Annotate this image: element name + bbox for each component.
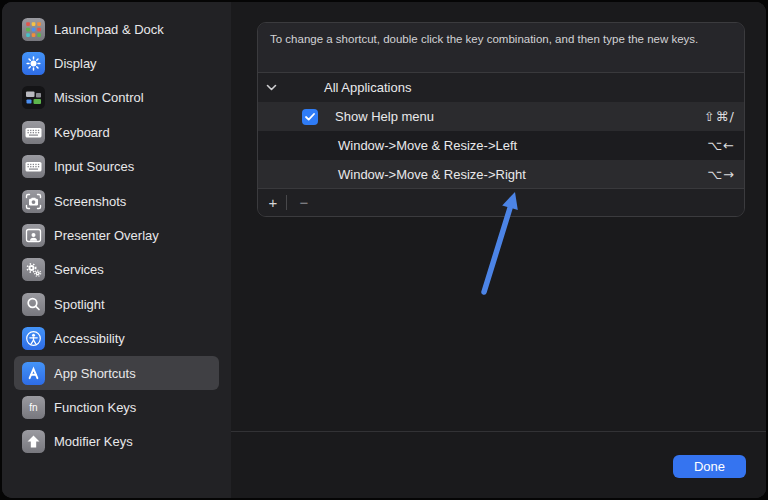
sidebar-item-accessibility[interactable]: Accessibility bbox=[14, 322, 219, 356]
key-combination[interactable]: ⌥→ bbox=[707, 167, 744, 182]
shortcut-checkbox[interactable] bbox=[302, 109, 318, 125]
shortcut-label: Window->Move & Resize->Right bbox=[338, 167, 526, 182]
sidebar-item-label: Display bbox=[54, 56, 97, 71]
add-shortcut-button[interactable]: + bbox=[262, 190, 284, 216]
input-sources-icon bbox=[22, 155, 45, 178]
sidebar-item-presenter-overlay[interactable]: Presenter Overlay bbox=[14, 218, 219, 252]
services-icon bbox=[22, 258, 45, 281]
group-label: All Applications bbox=[324, 80, 411, 95]
instruction-text: To change a shortcut, double click the k… bbox=[258, 23, 744, 73]
keyboard-icon bbox=[22, 121, 45, 144]
remove-shortcut-button[interactable]: − bbox=[293, 190, 315, 216]
sidebar-item-label: Keyboard bbox=[54, 125, 110, 140]
sidebar-item-label: Spotlight bbox=[54, 297, 105, 312]
footer-divider bbox=[286, 195, 287, 210]
app-shortcuts-panel: To change a shortcut, double click the k… bbox=[231, 2, 766, 498]
key-combination[interactable]: ⇧⌘/ bbox=[704, 109, 744, 124]
sidebar-item-label: App Shortcuts bbox=[54, 366, 136, 381]
accessibility-icon bbox=[22, 327, 45, 350]
sidebar-item-launchpad-dock[interactable]: Launchpad & Dock bbox=[14, 12, 219, 46]
sidebar-item-keyboard[interactable]: Keyboard bbox=[14, 115, 219, 149]
settings-window: Launchpad & Dock Display bbox=[2, 2, 766, 498]
sidebar-item-screenshots[interactable]: Screenshots bbox=[14, 184, 219, 218]
sidebar-item-label: Input Sources bbox=[54, 159, 134, 174]
group-row-all-applications[interactable]: All Applications bbox=[258, 73, 744, 102]
sidebar-item-label: Services bbox=[54, 262, 104, 277]
spotlight-icon bbox=[22, 293, 45, 316]
sidebar-item-label: Screenshots bbox=[54, 194, 126, 209]
launchpad-icon bbox=[22, 18, 45, 41]
shortcut-label: Show Help menu bbox=[335, 109, 434, 124]
shortcut-label: Window->Move & Resize->Left bbox=[338, 138, 517, 153]
checkmark-icon bbox=[305, 113, 315, 121]
sidebar-item-services[interactable]: Services bbox=[14, 253, 219, 287]
svg-text:fn: fn bbox=[29, 402, 37, 413]
sidebar-item-label: Modifier Keys bbox=[54, 434, 133, 449]
modifier-keys-icon bbox=[22, 430, 45, 453]
footer-separator bbox=[231, 431, 766, 432]
sidebar-item-app-shortcuts[interactable]: App Shortcuts bbox=[14, 356, 219, 390]
function-keys-icon: fn bbox=[22, 396, 45, 419]
key-combination[interactable]: ⌥← bbox=[707, 138, 744, 153]
screenshots-icon bbox=[22, 190, 45, 213]
shortcut-row-move-resize-left[interactable]: Window->Move & Resize->Left ⌥← bbox=[258, 131, 744, 160]
shortcut-row-move-resize-right[interactable]: Window->Move & Resize->Right ⌥→ bbox=[258, 160, 744, 189]
sidebar: Launchpad & Dock Display bbox=[2, 2, 231, 498]
annotation-arrow bbox=[471, 186, 535, 302]
sidebar-item-label: Accessibility bbox=[54, 331, 125, 346]
presenter-overlay-icon bbox=[22, 224, 45, 247]
sidebar-item-label: Function Keys bbox=[54, 400, 136, 415]
sidebar-item-modifier-keys[interactable]: Modifier Keys bbox=[14, 425, 219, 459]
sidebar-item-mission-control[interactable]: Mission Control bbox=[14, 81, 219, 115]
chevron-down-icon[interactable] bbox=[266, 84, 277, 91]
sidebar-item-display[interactable]: Display bbox=[14, 46, 219, 80]
done-button[interactable]: Done bbox=[673, 455, 746, 478]
mission-control-icon bbox=[22, 86, 45, 109]
sidebar-item-spotlight[interactable]: Spotlight bbox=[14, 287, 219, 321]
sidebar-item-label: Launchpad & Dock bbox=[54, 22, 164, 37]
sidebar-item-function-keys[interactable]: fn Function Keys bbox=[14, 390, 219, 424]
sidebar-item-label: Mission Control bbox=[54, 90, 144, 105]
app-shortcuts-icon bbox=[22, 362, 45, 385]
sidebar-item-input-sources[interactable]: Input Sources bbox=[14, 150, 219, 184]
sidebar-item-label: Presenter Overlay bbox=[54, 228, 159, 243]
shortcut-row-show-help-menu[interactable]: Show Help menu ⇧⌘/ bbox=[258, 102, 744, 131]
display-icon bbox=[22, 52, 45, 75]
